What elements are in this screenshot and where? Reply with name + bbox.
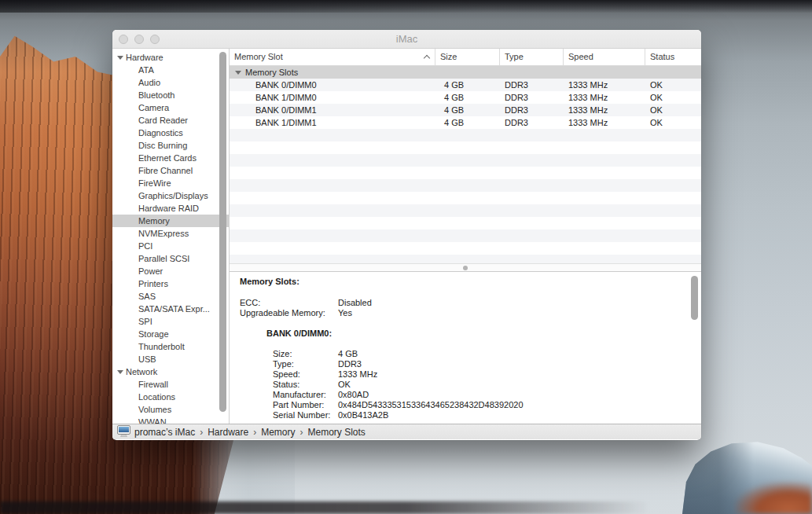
bank-row-size: Size: 4 GB [273,349,685,359]
detail-value: 0x0B413A2B [338,410,388,420]
table-row-bank-1-dimm0[interactable]: BANK 1/DIMM0 4 GB DDR3 1333 MHz OK [230,91,701,104]
sidebar-item-locations[interactable]: Locations [112,391,229,403]
header-status[interactable]: Status [645,49,700,65]
sidebar-item-firewall[interactable]: Firewall [112,378,229,391]
sidebar-item-spi[interactable]: SPI [112,315,229,328]
window-title: iMac [112,30,701,49]
detail-label: Manufacturer: [273,390,338,400]
bank-row-serial-number: Serial Number: 0x0B413A2B [273,410,685,420]
sidebar-item-memory[interactable]: Memory [112,215,229,227]
cell-status: OK [645,91,700,104]
desktop: iMac Hardware ATA Audio Bluetooth Camera… [0,0,812,514]
table-row-bank-0-dimm0[interactable]: BANK 0/DIMM0 4 GB DDR3 1333 MHz OK [230,79,701,91]
header-type[interactable]: Type [500,49,564,65]
disclosure-triangle-icon[interactable] [117,56,123,60]
cell-status: OK [645,116,700,129]
sidebar-group-hardware[interactable]: Hardware [112,51,229,64]
sidebar-item-disc-burning[interactable]: Disc Burning [112,139,229,152]
sort-ascending-icon [424,55,430,61]
cell-status: OK [645,79,700,91]
breadcrumb-separator: › [300,427,303,438]
bank-row-manufacturer: Manufacturer: 0x80AD [273,390,685,400]
detail-label: Type: [273,359,338,369]
bank-row-speed: Speed: 1333 MHz [273,369,685,380]
system-information-window: iMac Hardware ATA Audio Bluetooth Camera… [112,30,701,440]
sidebar-item-storage[interactable]: Storage [112,328,229,340]
sidebar-item-volumes[interactable]: Volumes [112,403,229,416]
sidebar-item-graphics-displays[interactable]: Graphics/Displays [112,189,229,202]
sidebar: Hardware ATA Audio Bluetooth Camera Card… [112,49,230,424]
cell-slot: BANK 1/DIMM0 [230,91,435,104]
sidebar-item-fibre-channel[interactable]: Fibre Channel [112,164,229,177]
window-titlebar[interactable]: iMac [112,30,701,49]
cell-type: DDR3 [500,104,564,116]
table-row-bank-0-dimm1[interactable]: BANK 0/DIMM1 4 GB DDR3 1333 MHz OK [230,104,701,116]
sidebar-item-pci[interactable]: PCI [112,240,229,252]
cell-size: 4 GB [435,116,500,129]
sidebar-item-audio[interactable]: Audio [112,76,229,89]
sidebar-item-camera[interactable]: Camera [112,101,229,114]
bank-title: BANK 0/DIMM0: [266,329,685,339]
sidebar-item-sata-sata-express[interactable]: SATA/SATA Expr... [112,303,229,315]
details-scrollbar-thumb[interactable] [691,276,698,320]
header-speed[interactable]: Speed [564,49,645,65]
wallpaper-bottom-shadow [0,501,812,514]
detail-label: Serial Number: [273,410,338,420]
cell-speed: 1333 MHz [564,91,645,104]
breadcrumb-separator: › [253,427,256,438]
sidebar-item-printers[interactable]: Printers [112,277,229,290]
detail-value: 0x80AD [338,390,369,400]
cell-slot: BANK 1/DIMM1 [230,116,435,129]
table-row-bank-1-dimm1[interactable]: BANK 1/DIMM1 4 GB DDR3 1333 MHz OK [230,116,701,129]
sidebar-item-firewire[interactable]: FireWire [112,177,229,189]
cell-type: DDR3 [500,79,564,91]
sidebar-item-ethernet-cards[interactable]: Ethernet Cards [112,152,229,164]
header-size[interactable]: Size [435,49,500,65]
sidebar-item-ata[interactable]: ATA [112,64,229,76]
sidebar-item-nvmexpress[interactable]: NVMExpress [112,227,229,240]
table-header: Memory Slot Size Type Speed Status [230,49,701,66]
cell-size: 4 GB [435,104,500,116]
sidebar-item-parallel-scsi[interactable]: Parallel SCSI [112,252,229,265]
sidebar-item-usb[interactable]: USB [112,353,229,365]
sidebar-item-sas[interactable]: SAS [112,290,229,303]
detail-value: OK [338,380,351,390]
sidebar-item-diagnostics[interactable]: Diagnostics [112,127,229,139]
imac-display-icon [117,425,130,439]
cell-type: DDR3 [500,116,564,129]
group-row-memory-slots[interactable]: Memory Slots [230,66,701,79]
detail-value: Yes [338,308,352,318]
sidebar-item-wwan[interactable]: WWAN [112,416,229,424]
detail-label: Status: [273,380,338,390]
breadcrumb-memory-slots: Memory Slots [308,427,366,438]
detail-label: Upgradeable Memory: [240,308,338,318]
breadcrumb-memory: Memory [261,427,295,438]
sidebar-scrollbar-thumb[interactable] [219,52,226,412]
status-bar: promac’s iMac › Hardware › Memory › Memo… [112,424,701,439]
header-memory-slot[interactable]: Memory Slot [230,49,435,65]
bank-row-status: Status: OK [273,380,685,390]
sidebar-item-thunderbolt[interactable]: Thunderbolt [112,340,229,353]
memory-slot-table: Memory Slots BANK 0/DIMM0 4 GB DDR3 1333… [230,66,701,263]
cell-slot: BANK 0/DIMM0 [230,79,435,91]
disclosure-triangle-icon[interactable] [117,370,123,374]
sidebar-item-hardware-raid[interactable]: Hardware RAID [112,202,229,215]
splitter-handle-icon[interactable] [463,266,468,270]
detail-value: DDR3 [338,359,362,369]
detail-row-upgradeable: Upgradeable Memory: Yes [240,308,685,318]
detail-label: Size: [273,349,338,359]
detail-label: Speed: [273,369,338,380]
detail-label: Part Number: [273,400,338,410]
sidebar-item-card-reader[interactable]: Card Reader [112,114,229,127]
sidebar-group-network[interactable]: Network [112,365,229,378]
pane-splitter[interactable] [230,263,701,272]
bank-row-type: Type: DDR3 [273,359,685,369]
detail-value: 1333 MHz [338,369,377,380]
sidebar-item-bluetooth[interactable]: Bluetooth [112,89,229,101]
breadcrumb-computer: promac’s iMac [134,427,195,438]
sidebar-item-power[interactable]: Power [112,265,229,277]
cell-type: DDR3 [500,91,564,104]
disclosure-triangle-icon[interactable] [235,71,241,75]
detail-value: 4 GB [338,349,358,359]
breadcrumb-hardware: Hardware [208,427,248,438]
